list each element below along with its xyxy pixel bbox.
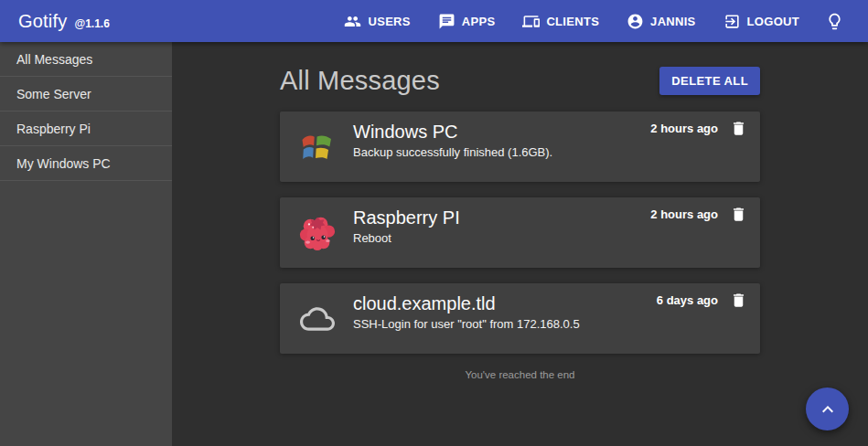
- nav-apps-label: APPS: [462, 15, 496, 28]
- scroll-to-top-button[interactable]: [806, 388, 849, 430]
- message-title: Windows PC: [353, 119, 552, 145]
- lightbulb-icon: [825, 12, 844, 31]
- sidebar-item-raspberry-pi[interactable]: Raspberry Pi: [0, 112, 172, 146]
- message-text: Backup successfully finished (1.6GB).: [353, 145, 552, 160]
- message-card: cloud.example.tld SSH-Login for user "ro…: [280, 283, 760, 354]
- trash-icon: [730, 120, 747, 137]
- message-body: Windows PC Backup successfully finished …: [353, 112, 552, 160]
- message-body: Raspberry PI Reboot: [353, 197, 460, 246]
- main-content: All Messages DELETE ALL: [172, 42, 868, 446]
- chevron-up-icon: [817, 398, 839, 420]
- nav-apps[interactable]: APPS: [438, 13, 496, 30]
- message-timestamp: 2 hours ago: [650, 207, 718, 221]
- message-timestamp: 2 hours ago: [650, 122, 718, 135]
- message-card: Raspberry PI Reboot 2 hours ago: [280, 197, 760, 268]
- nav-logout-label: LOGOUT: [747, 15, 799, 28]
- chat-icon: [438, 13, 455, 30]
- message-list: Windows PC Backup successfully finished …: [280, 112, 760, 354]
- delete-all-button[interactable]: DELETE ALL: [659, 67, 760, 95]
- sidebar-item-all-messages[interactable]: All Messages: [0, 42, 172, 77]
- sidebar-item-my-windows-pc[interactable]: My Windows PC: [0, 146, 172, 181]
- page-title: All Messages: [280, 66, 440, 96]
- nav-users-label: USERS: [368, 15, 410, 28]
- message-meta: 6 days ago: [657, 292, 747, 309]
- trash-icon: [730, 206, 747, 223]
- account-circle-icon: [627, 13, 644, 30]
- app-version: @1.1.6: [74, 17, 109, 30]
- end-of-list-text: You've reached the end: [280, 369, 760, 380]
- message-meta: 2 hours ago: [650, 120, 747, 137]
- nav-logout[interactable]: LOGOUT: [723, 13, 799, 30]
- app-bar: Gotify @1.1.6 USERS APPS CLIENTS: [0, 0, 868, 42]
- title-row: All Messages DELETE ALL: [280, 62, 760, 99]
- trash-icon: [730, 292, 747, 309]
- devices-icon: [522, 13, 540, 30]
- sidebar: All Messages Some Server Raspberry Pi My…: [0, 42, 172, 446]
- nav-clients[interactable]: CLIENTS: [522, 13, 599, 30]
- message-timestamp: 6 days ago: [657, 293, 718, 307]
- message-meta: 2 hours ago: [650, 206, 747, 223]
- message-title: cloud.example.tld: [353, 291, 580, 317]
- nav-user-label: JANNIS: [650, 15, 695, 28]
- header-nav: USERS APPS CLIENTS JANNIS: [316, 12, 844, 31]
- gotify-app: Gotify @1.1.6 USERS APPS CLIENTS: [0, 0, 868, 446]
- brand: Gotify @1.1.6: [18, 11, 110, 32]
- sidebar-item-some-server[interactable]: Some Server: [0, 77, 172, 112]
- message-body: cloud.example.tld SSH-Login for user "ro…: [353, 283, 580, 332]
- logout-icon: [723, 13, 741, 30]
- delete-message-button[interactable]: [730, 292, 747, 309]
- cloud-icon: [298, 300, 337, 338]
- nav-users[interactable]: USERS: [344, 13, 410, 30]
- delete-message-button[interactable]: [730, 120, 747, 137]
- windows-logo: [298, 128, 337, 166]
- message-text: Reboot: [353, 231, 460, 246]
- message-text: SSH-Login for user "root" from 172.168.0…: [353, 317, 580, 332]
- users-icon: [344, 13, 361, 30]
- app-title: Gotify: [18, 11, 67, 32]
- delete-message-button[interactable]: [730, 206, 747, 223]
- message-title: Raspberry PI: [353, 205, 460, 231]
- nav-user-jannis[interactable]: JANNIS: [627, 13, 695, 30]
- theme-toggle-button[interactable]: [825, 12, 844, 31]
- raspberry-logo: [298, 214, 337, 252]
- message-card: Windows PC Backup successfully finished …: [280, 112, 760, 182]
- nav-clients-label: CLIENTS: [546, 15, 599, 28]
